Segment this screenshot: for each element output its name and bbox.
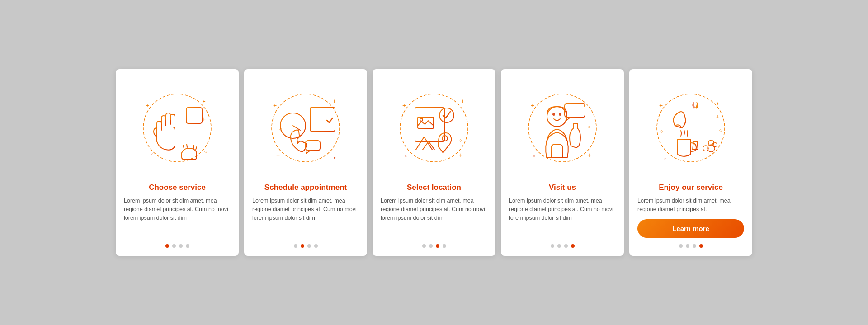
dots-visit [551,244,575,248]
svg-text:+: + [276,151,280,159]
svg-rect-29 [306,141,320,151]
svg-text:+: + [333,98,336,104]
svg-point-52 [559,113,561,116]
svg-text:+: + [587,151,591,159]
card-title-visit: Visit us [549,183,576,192]
svg-text:+: + [659,102,663,109]
dot-2[interactable] [301,244,304,248]
svg-text:◇: ◇ [719,128,722,132]
svg-text:◇: ◇ [459,138,462,142]
svg-text:◇: ◇ [204,150,208,154]
dot-2[interactable] [172,244,176,248]
card-schedule-appointment: + + + ✦ ◇ Schedule appointment Lorem ips… [244,69,367,256]
dots-schedule [294,244,318,248]
learn-more-button[interactable]: Learn more [637,219,744,238]
card-body-schedule: Lorem ipsum dolor sit dim amet, mea regi… [252,197,359,238]
svg-point-41 [420,118,423,121]
card-choose-service: + + ○ ◇ ✦ Choose service Lorem ipsum dol… [116,69,239,256]
svg-point-0 [143,94,211,162]
dot-4[interactable] [186,244,189,248]
dot-4[interactable] [571,244,575,248]
dot-2[interactable] [557,244,561,248]
cards-container: + + ○ ◇ ✦ Choose service Lorem ipsum dol… [116,69,752,256]
svg-text:✦: ✦ [716,101,719,106]
dot-2[interactable] [686,244,689,248]
card-body-enjoy: Lorem ipsum dolor sit dim amet, mea regi… [637,197,744,214]
illustration-visit: + + ○ ◇ ✦ [509,78,616,178]
card-title-schedule: Schedule appointment [264,183,347,192]
dot-3[interactable] [564,244,568,248]
svg-text:○: ○ [405,154,407,158]
dot-1[interactable] [679,244,683,248]
svg-line-5 [196,147,197,150]
svg-text:+: + [531,102,534,109]
svg-line-4 [193,145,194,148]
svg-line-1 [183,145,184,148]
svg-text:○: ○ [150,151,153,156]
svg-text:✦: ✦ [202,99,206,104]
dots-enjoy [679,244,703,248]
svg-text:◇: ◇ [660,129,663,133]
svg-text:+: + [459,151,462,159]
card-body-choose-service: Lorem ipsum dolor sit dim amet, mea regi… [124,197,231,238]
svg-text:+: + [716,113,719,120]
svg-text:○: ○ [533,154,535,158]
svg-text:+: + [402,102,406,109]
svg-rect-53 [565,103,585,118]
svg-line-2 [187,144,187,147]
svg-text:✦: ✦ [333,155,336,160]
svg-text:+: + [202,115,206,122]
illustration-location: + + + ○ ◇ [381,78,487,178]
card-enjoy-service: + ✦ + ○ ◇ ◇ Enjoy our service Lorem ipsu… [629,69,752,256]
dot-3[interactable] [436,244,439,248]
svg-text:+: + [146,102,149,109]
svg-point-37 [400,94,468,162]
dots-location [422,244,446,248]
card-select-location: + + + ○ ◇ Select location Lorem ipsum do… [373,69,495,256]
dot-4[interactable] [314,244,318,248]
card-title-enjoy: Enjoy our service [659,183,723,192]
dot-1[interactable] [294,244,297,248]
card-visit-us: + + ○ ◇ ✦ Visit us Lorem ipsum dolor sit… [501,69,624,256]
dots-choose-service [165,244,189,248]
svg-text:◇: ◇ [279,127,283,131]
dot-4[interactable] [443,244,446,248]
card-title-choose-service: Choose service [149,183,206,192]
svg-point-50 [547,107,567,127]
dot-4[interactable] [699,244,703,248]
svg-point-42 [439,108,454,122]
dot-1[interactable] [165,244,169,248]
svg-text:+: + [461,98,464,104]
illustration-choose-service: + + ○ ◇ ✦ [124,78,231,178]
svg-text:+: + [273,102,277,109]
dot-3[interactable] [179,244,183,248]
card-body-location: Lorem ipsum dolor sit dim amet, mea regi… [381,197,487,238]
svg-text:◇: ◇ [587,125,590,129]
svg-point-51 [552,113,555,116]
card-body-visit: Lorem ipsum dolor sit dim amet, mea regi… [509,197,616,238]
dot-1[interactable] [551,244,554,248]
svg-text:○: ○ [664,156,666,160]
illustration-enjoy: + ✦ + ○ ◇ ◇ [637,78,744,178]
dot-1[interactable] [422,244,426,248]
card-title-location: Select location [407,183,461,192]
svg-text:✦: ✦ [583,104,586,108]
dot-3[interactable] [307,244,311,248]
dot-2[interactable] [429,244,433,248]
dot-3[interactable] [693,244,696,248]
illustration-schedule: + + + ✦ ◇ [252,78,359,178]
